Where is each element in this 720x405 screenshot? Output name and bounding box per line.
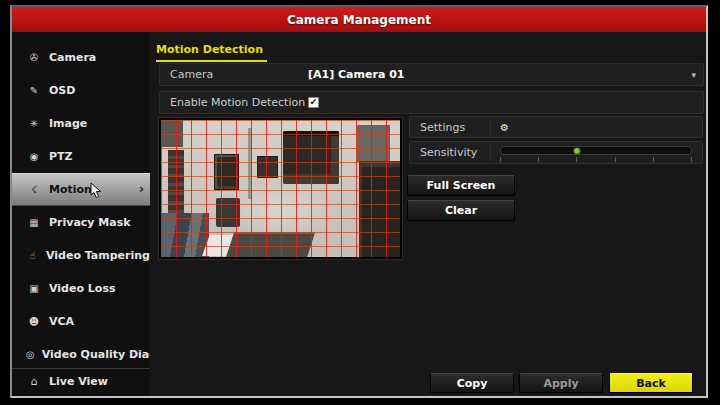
osd-icon: ✎ <box>26 85 42 96</box>
column-divider <box>490 119 491 135</box>
sensitivity-label: Sensitivity <box>410 146 490 159</box>
sidebar-item-camera[interactable]: ✇ Camera <box>12 41 150 74</box>
sidebar-item-motion[interactable]: ☇ Motion › <box>12 173 150 206</box>
sidebar-item-label: OSD <box>49 84 75 97</box>
enable-motion-label: Enable Motion Detection <box>160 96 308 109</box>
sidebar-item-label: Privacy Mask <box>49 216 131 229</box>
tab-motion-detection[interactable]: Motion Detection <box>156 43 267 62</box>
sensitivity-row: Sensitivity <box>409 141 703 164</box>
privacy-mask-icon: ▦ <box>26 217 42 228</box>
sidebar-item-label: Video Tampering <box>46 249 150 262</box>
tick-mark <box>653 157 654 162</box>
mouse-cursor-icon <box>90 182 103 199</box>
ptz-icon: ◉ <box>26 151 42 162</box>
title-bar: Camera Management <box>12 7 706 32</box>
motion-icon: ☇ <box>26 184 42 195</box>
sidebar-item-video-tampering[interactable]: ☝ Video Tampering <box>12 239 150 272</box>
video-loss-icon: ▣ <box>26 283 42 294</box>
enable-motion-checkbox[interactable]: ✔ <box>308 97 319 108</box>
chevron-right-icon: › <box>139 181 144 196</box>
sidebar: ✇ Camera ✎ OSD ✳ Image ◉ PTZ ☇ Motion › <box>12 32 150 396</box>
screen: Camera Management ✇ Camera ✎ OSD ✳ Image… <box>0 0 720 405</box>
camera-management-window: Camera Management ✇ Camera ✎ OSD ✳ Image… <box>10 5 708 398</box>
camera-icon: ✇ <box>26 52 42 63</box>
sidebar-item-ptz[interactable]: ◉ PTZ <box>12 140 150 173</box>
sidebar-item-image[interactable]: ✳ Image <box>12 107 150 140</box>
chevron-down-icon: ▾ <box>691 70 696 80</box>
sidebar-item-label: Video Loss <box>49 282 115 295</box>
sensitivity-ticks <box>500 157 692 162</box>
image-icon: ✳ <box>26 118 42 129</box>
sidebar-item-osd[interactable]: ✎ OSD <box>12 74 150 107</box>
sidebar-item-label: Live View <box>49 375 108 388</box>
clear-button[interactable]: Clear <box>407 200 515 221</box>
sidebar-item-vca[interactable]: ☻ VCA <box>12 305 150 338</box>
settings-row: Settings ⚙ <box>409 116 703 138</box>
window-title: Camera Management <box>287 13 431 27</box>
main-content: Motion Detection Camera [A1] Camera 01 ▾… <box>150 32 706 396</box>
settings-label: Settings <box>410 121 490 134</box>
tick-mark <box>576 157 577 162</box>
copy-button[interactable]: Copy <box>430 373 514 393</box>
sidebar-item-label: Motion <box>49 183 92 196</box>
sidebar-item-label: PTZ <box>49 150 73 163</box>
full-screen-button[interactable]: Full Screen <box>407 175 515 196</box>
sidebar-item-label: Camera <box>49 51 96 64</box>
video-tampering-icon: ☝ <box>26 250 39 261</box>
camera-preview[interactable] <box>159 118 402 259</box>
camera-value: [A1] Camera 01 <box>308 68 404 81</box>
tick-mark <box>538 157 539 162</box>
camera-select-row[interactable]: Camera [A1] Camera 01 ▾ <box>159 63 704 86</box>
tick-mark <box>691 157 692 162</box>
sensitivity-thumb[interactable] <box>573 147 581 155</box>
tick-mark <box>615 157 616 162</box>
home-icon: ⌂ <box>26 375 42 388</box>
camera-label: Camera <box>160 68 308 81</box>
enable-motion-row: Enable Motion Detection ✔ <box>159 91 704 114</box>
tick-mark <box>500 157 501 162</box>
back-button[interactable]: Back <box>609 373 693 393</box>
video-quality-icon: ◎ <box>26 349 35 360</box>
sidebar-item-label: Image <box>49 117 87 130</box>
checkmark-icon: ✔ <box>310 98 318 107</box>
motion-detection-grid[interactable] <box>161 120 400 257</box>
sidebar-item-live-view[interactable]: ⌂ Live View <box>12 369 150 394</box>
sidebar-item-video-loss[interactable]: ▣ Video Loss <box>12 272 150 305</box>
gear-icon[interactable]: ⚙ <box>500 122 509 133</box>
sidebar-item-label: VCA <box>49 315 74 328</box>
column-divider <box>490 144 491 161</box>
sensitivity-slider[interactable] <box>500 146 692 155</box>
sidebar-item-video-quality[interactable]: ◎ Video Quality Diagn... <box>12 338 150 371</box>
apply-button[interactable]: Apply <box>519 373 603 393</box>
sidebar-item-privacy-mask[interactable]: ▦ Privacy Mask <box>12 206 150 239</box>
vca-icon: ☻ <box>26 316 42 327</box>
